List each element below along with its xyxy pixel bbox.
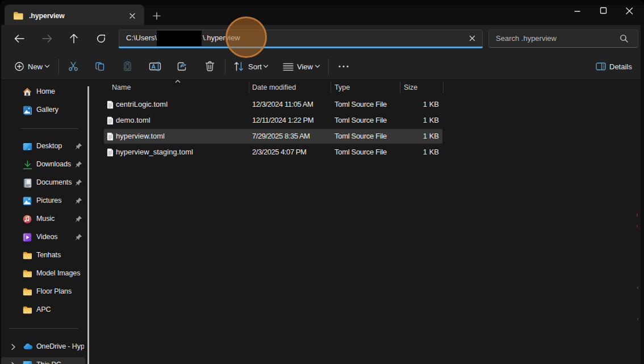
svg-text:A: A xyxy=(152,63,156,70)
